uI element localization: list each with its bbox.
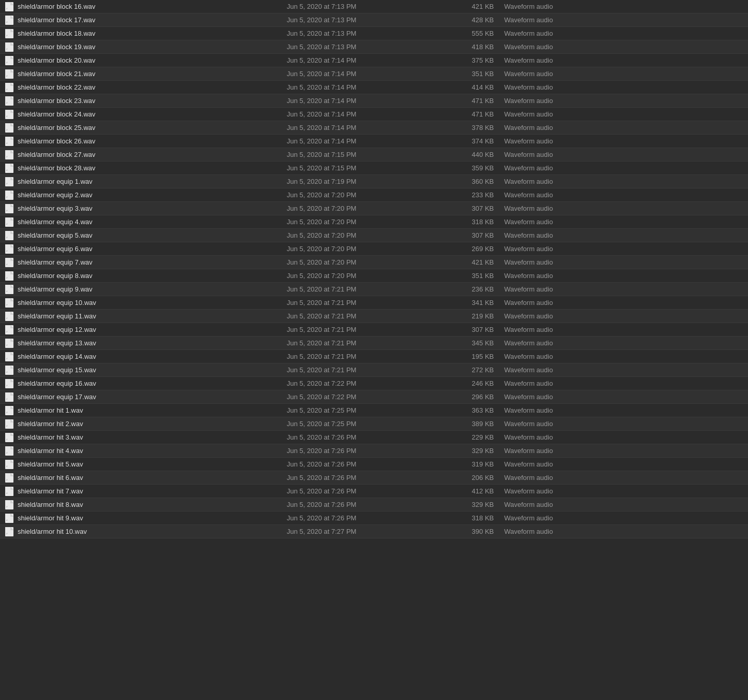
table-row[interactable]: ♪ shield/armor equip 8.wav Jun 5, 2020 a…: [0, 269, 748, 283]
svg-rect-128: [5, 339, 10, 342]
table-row[interactable]: ♪ shield/armor equip 11.wav Jun 5, 2020 …: [0, 310, 748, 323]
table-row[interactable]: ♪ shield/armor equip 3.wav Jun 5, 2020 a…: [0, 202, 748, 215]
file-size: 378 KB: [442, 124, 504, 132]
audio-file-icon: ♪: [4, 150, 14, 160]
table-row[interactable]: ♪ shield/armor hit 3.wav Jun 5, 2020 at …: [0, 431, 748, 444]
svg-rect-108: [5, 285, 10, 288]
table-row[interactable]: ♪ shield/armor block 18.wav Jun 5, 2020 …: [0, 27, 748, 40]
table-row[interactable]: ♪ shield/armor hit 6.wav Jun 5, 2020 at …: [0, 471, 748, 485]
audio-file-icon: ♪: [4, 244, 14, 254]
table-row[interactable]: ♪ shield/armor hit 7.wav Jun 5, 2020 at …: [0, 485, 748, 498]
svg-rect-198: [5, 527, 10, 530]
table-row[interactable]: ♪ shield/armor equip 4.wav Jun 5, 2020 a…: [0, 215, 748, 229]
audio-file-icon: ♪: [4, 284, 14, 295]
table-row[interactable]: ♪ shield/armor hit 5.wav Jun 5, 2020 at …: [0, 458, 748, 471]
svg-rect-163: [5, 433, 10, 436]
file-size: 318 KB: [442, 514, 504, 522]
file-date: Jun 5, 2020 at 7:20 PM: [276, 231, 442, 239]
table-row[interactable]: ♪ shield/armor hit 10.wav Jun 5, 2020 at…: [0, 525, 748, 538]
svg-rect-143: [5, 379, 10, 382]
file-type: Waveform audio: [504, 178, 744, 185]
table-row[interactable]: ♪ shield/armor block 26.wav Jun 5, 2020 …: [0, 135, 748, 148]
svg-rect-18: [5, 42, 10, 46]
file-date: Jun 5, 2020 at 7:21 PM: [276, 339, 442, 347]
table-row[interactable]: ♪ shield/armor equip 13.wav Jun 5, 2020 …: [0, 337, 748, 350]
file-size: 414 KB: [442, 83, 504, 91]
svg-rect-98: [5, 258, 10, 261]
file-date: Jun 5, 2020 at 7:15 PM: [276, 164, 442, 172]
file-size: 440 KB: [442, 151, 504, 158]
table-row[interactable]: ♪ shield/armor hit 2.wav Jun 5, 2020 at …: [0, 417, 748, 431]
table-row[interactable]: ♪ shield/armor equip 12.wav Jun 5, 2020 …: [0, 323, 748, 337]
table-row[interactable]: ♪ shield/armor equip 6.wav Jun 5, 2020 a…: [0, 242, 748, 256]
table-row[interactable]: ♪ shield/armor block 21.wav Jun 5, 2020 …: [0, 67, 748, 81]
table-row[interactable]: ♪ shield/armor block 28.wav Jun 5, 2020 …: [0, 162, 748, 175]
file-size: 341 KB: [442, 299, 504, 307]
table-row[interactable]: ♪ shield/armor hit 1.wav Jun 5, 2020 at …: [0, 404, 748, 417]
table-row[interactable]: ♪ shield/armor equip 10.wav Jun 5, 2020 …: [0, 296, 748, 310]
file-type: Waveform audio: [504, 56, 744, 64]
table-row[interactable]: ♪ shield/armor equip 7.wav Jun 5, 2020 a…: [0, 256, 748, 269]
table-row[interactable]: ♪ shield/armor block 27.wav Jun 5, 2020 …: [0, 148, 748, 162]
file-size: 329 KB: [442, 501, 504, 508]
file-name: shield/armor hit 6.wav: [18, 474, 276, 482]
file-type: Waveform audio: [504, 231, 744, 239]
audio-file-icon: ♪: [4, 365, 14, 375]
svg-rect-123: [5, 325, 10, 328]
audio-file-icon: ♪: [4, 69, 14, 79]
table-row[interactable]: ♪ shield/armor block 19.wav Jun 5, 2020 …: [0, 40, 748, 54]
file-date: Jun 5, 2020 at 7:26 PM: [276, 447, 442, 455]
file-name: shield/armor block 17.wav: [18, 16, 276, 24]
file-size: 307 KB: [442, 326, 504, 333]
table-row[interactable]: ♪ shield/armor equip 14.wav Jun 5, 2020 …: [0, 350, 748, 363]
file-name: shield/armor block 26.wav: [18, 137, 276, 145]
table-row[interactable]: ♪ shield/armor equip 15.wav Jun 5, 2020 …: [0, 363, 748, 377]
svg-rect-8: [5, 16, 10, 19]
table-row[interactable]: ♪ shield/armor block 20.wav Jun 5, 2020 …: [0, 54, 748, 67]
audio-file-icon: ♪: [4, 2, 14, 12]
audio-file-icon: ♪: [4, 338, 14, 348]
table-row[interactable]: ♪ shield/armor equip 9.wav Jun 5, 2020 a…: [0, 283, 748, 296]
file-date: Jun 5, 2020 at 7:21 PM: [276, 326, 442, 333]
file-date: Jun 5, 2020 at 7:26 PM: [276, 474, 442, 482]
svg-rect-193: [5, 514, 10, 517]
file-name: shield/armor block 27.wav: [18, 151, 276, 158]
file-size: 351 KB: [442, 272, 504, 280]
file-name: shield/armor equip 16.wav: [18, 380, 276, 387]
file-date: Jun 5, 2020 at 7:20 PM: [276, 272, 442, 280]
file-type: Waveform audio: [504, 137, 744, 145]
table-row[interactable]: ♪ shield/armor block 22.wav Jun 5, 2020 …: [0, 81, 748, 94]
file-name: shield/armor hit 7.wav: [18, 487, 276, 495]
table-row[interactable]: ♪ shield/armor equip 5.wav Jun 5, 2020 a…: [0, 229, 748, 242]
file-date: Jun 5, 2020 at 7:21 PM: [276, 353, 442, 360]
svg-rect-3: [5, 2, 10, 5]
svg-rect-183: [5, 487, 10, 490]
file-type: Waveform audio: [504, 83, 744, 91]
file-type: Waveform audio: [504, 97, 744, 105]
file-size: 345 KB: [442, 339, 504, 347]
table-row[interactable]: ♪ shield/armor block 23.wav Jun 5, 2020 …: [0, 94, 748, 108]
table-row[interactable]: ♪ shield/armor block 17.wav Jun 5, 2020 …: [0, 13, 748, 27]
table-row[interactable]: ♪ shield/armor block 24.wav Jun 5, 2020 …: [0, 108, 748, 121]
file-type: Waveform audio: [504, 514, 744, 522]
file-name: shield/armor equip 5.wav: [18, 231, 276, 239]
file-date: Jun 5, 2020 at 7:22 PM: [276, 380, 442, 387]
table-row[interactable]: ♪ shield/armor equip 1.wav Jun 5, 2020 a…: [0, 175, 748, 188]
audio-file-icon: ♪: [4, 392, 14, 402]
table-row[interactable]: ♪ shield/armor block 25.wav Jun 5, 2020 …: [0, 121, 748, 135]
file-size: 421 KB: [442, 258, 504, 266]
table-row[interactable]: ♪ shield/armor hit 9.wav Jun 5, 2020 at …: [0, 512, 748, 525]
table-row[interactable]: ♪ shield/armor hit 4.wav Jun 5, 2020 at …: [0, 444, 748, 458]
svg-rect-78: [5, 204, 10, 207]
file-type: Waveform audio: [504, 393, 744, 401]
audio-file-icon: ♪: [4, 432, 14, 443]
file-size: 428 KB: [442, 16, 504, 24]
table-row[interactable]: ♪ shield/armor equip 16.wav Jun 5, 2020 …: [0, 377, 748, 390]
svg-rect-118: [5, 312, 10, 315]
table-row[interactable]: ♪ shield/armor block 16.wav Jun 5, 2020 …: [0, 0, 748, 13]
table-row[interactable]: ♪ shield/armor equip 2.wav Jun 5, 2020 a…: [0, 188, 748, 202]
svg-rect-88: [5, 231, 10, 234]
file-name: shield/armor hit 9.wav: [18, 514, 276, 522]
table-row[interactable]: ♪ shield/armor equip 17.wav Jun 5, 2020 …: [0, 390, 748, 404]
table-row[interactable]: ♪ shield/armor hit 8.wav Jun 5, 2020 at …: [0, 498, 748, 512]
